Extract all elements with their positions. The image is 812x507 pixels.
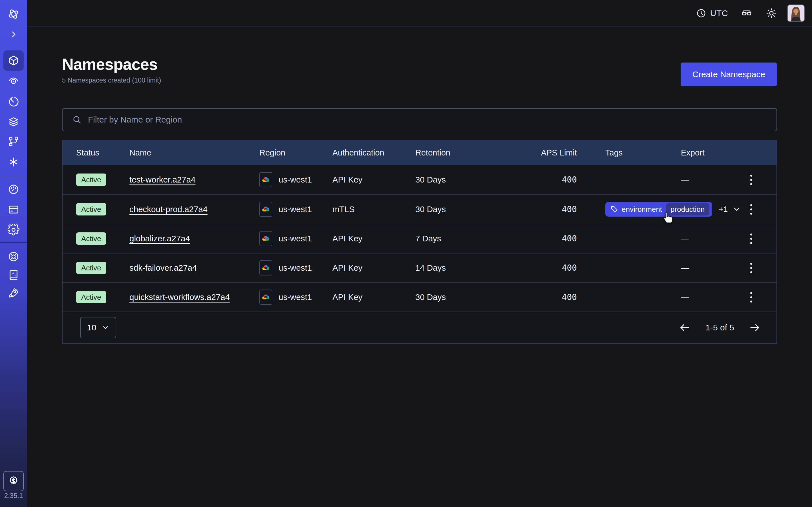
arrow-left-icon <box>679 322 691 334</box>
namespace-link[interactable]: quickstart-workflows.a27a4 <box>130 292 230 302</box>
topbar: UTC <box>27 0 812 27</box>
col-export: Export <box>681 148 739 158</box>
glasses-icon <box>741 8 752 19</box>
sidebar: 2.35.1 <box>0 0 27 507</box>
cube-icon <box>8 55 19 66</box>
table-row: Active checkout-prod.a27a4 us-west1 mTLS… <box>63 194 776 224</box>
pagination-range: 1-5 of 5 <box>705 323 734 332</box>
col-aps-limit: APS Limit <box>481 148 580 158</box>
branch-graph-icon <box>8 136 19 148</box>
page-size-select[interactable]: 10 <box>80 317 116 338</box>
namespace-link[interactable]: test-worker.a27a4 <box>130 175 196 184</box>
sidebar-item-billing[interactable] <box>3 200 24 220</box>
col-tags: Tags <box>580 148 681 158</box>
book-sparkles-icon <box>8 269 19 281</box>
accessibility-glasses-button[interactable] <box>741 8 752 19</box>
export-value: — <box>681 205 739 214</box>
aps-value: 400 <box>481 292 580 302</box>
status-badge: Active <box>76 291 106 303</box>
sidebar-item-nexus[interactable] <box>3 131 24 152</box>
timezone-label: UTC <box>710 8 728 18</box>
namespace-link[interactable]: checkout-prod.a27a4 <box>130 205 207 214</box>
layers-icon <box>8 116 19 128</box>
col-authentication: Authentication <box>333 148 415 158</box>
namespaces-table: Status Name Region Authentication Retent… <box>62 140 777 344</box>
filter-input[interactable] <box>88 115 767 124</box>
row-menu-button[interactable] <box>748 289 755 305</box>
table-row: Active test-worker.a27a4 us-west1 API Ke… <box>63 165 776 194</box>
sidebar-item-support[interactable] <box>3 246 24 267</box>
aps-value: 400 <box>481 175 580 184</box>
search-icon <box>72 115 82 124</box>
avatar-image <box>788 5 804 21</box>
sidebar-item-settings[interactable] <box>3 220 24 240</box>
page-size-value: 10 <box>87 323 96 332</box>
table-row: Active quickstart-workflows.a27a4 us-wes… <box>63 282 776 312</box>
filter-search-box[interactable] <box>62 108 777 131</box>
orbit-eye-icon <box>8 75 19 87</box>
user-avatar[interactable] <box>787 4 805 22</box>
sidebar-item-getting-started[interactable] <box>3 283 24 303</box>
aps-value: 400 <box>481 234 580 243</box>
tag-icon <box>610 205 618 213</box>
export-value: — <box>681 175 739 184</box>
export-value: — <box>681 292 739 302</box>
sidebar-item-batch-operations[interactable] <box>3 152 24 172</box>
sidebar-divider <box>0 176 27 176</box>
status-badge: Active <box>76 262 106 274</box>
retention-value: 30 Days <box>415 292 481 302</box>
status-badge: Active <box>76 173 106 186</box>
table-row: Active sdk-failover.a27a4 us-west1 API K… <box>63 253 776 282</box>
retention-value: 30 Days <box>415 175 481 184</box>
namespace-link[interactable]: sdk-failover.a27a4 <box>130 263 197 273</box>
export-value: — <box>681 263 739 273</box>
sidebar-expand-toggle[interactable] <box>3 24 24 45</box>
row-menu-button[interactable] <box>748 260 755 276</box>
create-namespace-button[interactable]: Create Namespace <box>680 62 777 86</box>
status-badge: Active <box>76 232 106 245</box>
gcp-icon <box>259 202 272 217</box>
sidebar-item-deployments[interactable] <box>3 112 24 132</box>
row-menu-button[interactable] <box>748 231 755 247</box>
sidebar-item-namespaces[interactable] <box>3 50 24 71</box>
namespace-link[interactable]: globalizer.a27a4 <box>130 234 190 243</box>
sun-icon <box>766 8 777 19</box>
export-value: — <box>681 234 739 243</box>
retention-value: 30 Days <box>415 205 481 214</box>
tags-cell: environment production +1 <box>580 202 681 217</box>
auth-value: mTLS <box>333 205 415 214</box>
gauge-icon <box>8 183 19 195</box>
gcp-icon <box>259 231 272 246</box>
page-title: Namespaces <box>62 55 161 74</box>
credits-button[interactable] <box>3 471 24 491</box>
pagination-bar: 10 1-5 of 5 <box>63 312 776 343</box>
tag-key: environment <box>622 205 662 214</box>
gcp-icon <box>259 172 272 187</box>
col-region: Region <box>259 148 333 158</box>
table-header-row: Status Name Region Authentication Retent… <box>63 140 776 165</box>
gcp-icon <box>259 290 272 305</box>
sidebar-item-workflows[interactable] <box>3 71 24 91</box>
prev-page-button[interactable] <box>679 322 691 334</box>
auth-value: API Key <box>333 292 415 302</box>
row-menu-button[interactable] <box>748 202 755 217</box>
region-label: us-west1 <box>278 292 312 302</box>
sidebar-item-usage[interactable] <box>3 179 24 200</box>
timezone-widget[interactable]: UTC <box>696 8 728 18</box>
sidebar-item-schedules[interactable] <box>3 91 24 112</box>
retention-value: 14 Days <box>415 263 481 273</box>
auth-value: API Key <box>333 175 415 184</box>
col-retention: Retention <box>415 148 481 158</box>
sidebar-item-docs[interactable] <box>3 265 24 285</box>
region-label: us-west1 <box>278 175 312 184</box>
region-label: us-west1 <box>278 234 312 243</box>
arrow-right-icon <box>749 322 761 334</box>
row-menu-button[interactable] <box>748 172 755 188</box>
region-label: us-west1 <box>278 263 312 273</box>
theme-toggle-button[interactable] <box>766 8 777 19</box>
version-label: 2.35.1 <box>0 492 27 500</box>
aps-value: 400 <box>481 205 580 214</box>
retention-value: 7 Days <box>415 234 481 243</box>
life-ring-icon <box>8 251 19 263</box>
next-page-button[interactable] <box>749 322 761 334</box>
